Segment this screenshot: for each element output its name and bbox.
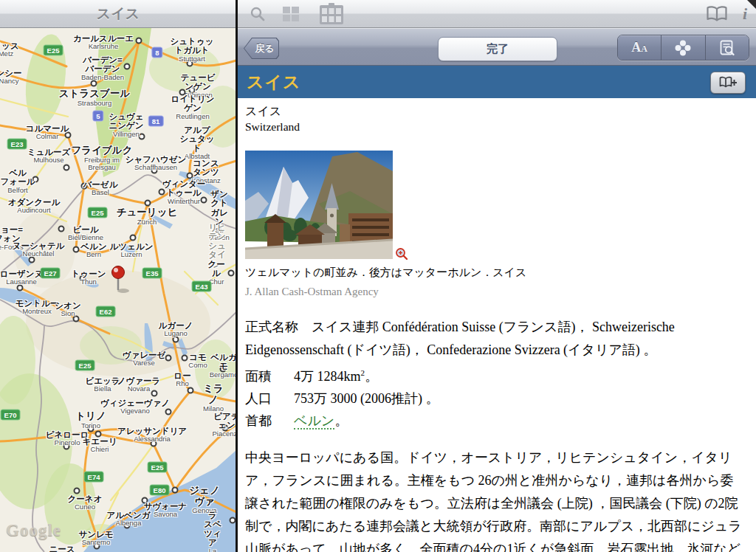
done-button[interactable]: 完了	[438, 37, 557, 61]
map-label: コルマールColmar	[26, 124, 69, 141]
population-value: 753万 3000 (2006推計) 。	[294, 391, 439, 406]
city-dot	[188, 387, 194, 394]
city-dot	[17, 285, 24, 291]
road-shield: 5	[92, 111, 103, 122]
capital-label: 首都	[245, 413, 272, 428]
city-dot	[63, 444, 70, 450]
city-dot	[95, 431, 102, 438]
road-shield: E23	[7, 139, 27, 150]
google-watermark: Google	[6, 521, 61, 540]
add-bookmark-button[interactable]	[710, 72, 746, 94]
map-label: ラ スペツィアLa Spezia	[201, 511, 224, 552]
map-label: ロイトリンゲンReutlingen	[171, 94, 215, 120]
city-dot	[145, 200, 151, 207]
map-label: リヒテン シュタイン	[207, 223, 227, 269]
top-toolbar: i	[238, 0, 756, 28]
map-label: バーデン= バーデンBaden-Baden	[81, 55, 124, 81]
back-button[interactable]: 戻る	[244, 38, 279, 59]
city-dot	[179, 89, 186, 96]
map-label: オダンクールAudincourt	[8, 198, 60, 215]
city-dot	[113, 378, 120, 384]
map-label: ジェノヴァGenova	[189, 486, 221, 514]
grid-view-button[interactable]	[279, 3, 303, 25]
city-dot	[29, 257, 35, 263]
city-dot	[124, 522, 131, 529]
city-dot	[73, 246, 80, 253]
map[interactable]: メッスMetzカールスルーエKarlsruheシュトゥッ トガルトStuttga…	[0, 28, 236, 552]
capital-link[interactable]: ベルン	[294, 413, 334, 429]
stat-population: 人口753万 3000 (2006推計) 。	[245, 387, 746, 410]
related-items-button[interactable]	[662, 35, 705, 60]
map-label: バーゼルBasel	[83, 180, 118, 197]
capital-period: 。	[334, 413, 348, 428]
city-dot	[88, 426, 94, 432]
library-icon	[317, 2, 346, 26]
map-label: カールスルーエKarlsruhe	[73, 34, 134, 51]
stat-area: 面積4万 1284km2。	[245, 362, 746, 387]
city-dot	[172, 487, 179, 494]
city-dot	[159, 189, 165, 196]
article-header-title: スイス	[247, 71, 301, 94]
road-shield: E27	[41, 268, 61, 279]
city-dot	[81, 183, 88, 190]
formal-name-label: 正式名称	[245, 320, 298, 334]
map-label: ローザンヌLausanne	[0, 269, 43, 286]
city-dot	[222, 425, 229, 432]
search-in-article-button[interactable]	[706, 35, 749, 60]
map-title-bar: スイス	[0, 0, 236, 28]
city-dot	[151, 390, 158, 397]
city-dot	[80, 275, 86, 282]
road-shield: E25	[75, 360, 95, 371]
city-dot	[187, 173, 193, 179]
paragraph-formal-name: 正式名称スイス連邦 Confédération Suisse (フランス語)， …	[245, 316, 746, 362]
city-dot	[63, 165, 70, 171]
map-label: ベル フォールBelfort	[1, 168, 35, 194]
city-dot	[65, 132, 72, 139]
font-size-button[interactable]: AA	[618, 35, 662, 60]
road-shield: E74	[84, 472, 104, 483]
road-shield: E62	[96, 306, 116, 317]
map-label: フライブルクFreiburg im Breisgau	[72, 145, 133, 171]
map-label: ンシーNancy	[0, 69, 22, 86]
city-dot	[201, 197, 207, 204]
article-content[interactable]: スイス Switzerland	[238, 98, 756, 552]
map-label: コモComo	[188, 353, 207, 370]
city-dot	[139, 134, 145, 140]
photo-credit: J. Allan Cash-Ostman Agency	[245, 286, 746, 298]
map-label: トゥーンThun	[72, 269, 106, 286]
area-value: 4万 1284km	[294, 369, 361, 384]
search-button[interactable]	[247, 3, 269, 25]
book-icon	[706, 5, 728, 23]
map-label: クーネオCuneo	[68, 494, 103, 511]
library-button[interactable]	[316, 3, 347, 25]
map-label: シュトゥッ トガルトStuttgart	[171, 37, 214, 63]
road-shield: E80	[150, 485, 170, 496]
city-dot	[73, 316, 80, 322]
bookmarks-button[interactable]	[704, 3, 729, 25]
article-header: スイス	[238, 66, 756, 98]
map-label: ベルンBern	[80, 242, 106, 259]
city-dot	[189, 87, 196, 94]
road-shield: E25	[148, 462, 168, 473]
road-shield: E25	[88, 207, 108, 218]
map-label: モントルーMontreux	[16, 299, 59, 316]
city-dot	[58, 226, 65, 232]
road-shield: E43	[192, 281, 212, 292]
book-plus-icon	[719, 76, 737, 89]
map-label: テュービンゲンTübingen	[179, 73, 217, 99]
article-photo[interactable]	[245, 151, 393, 259]
map-label: ザンクト ガレンSt. Gallen	[209, 190, 229, 241]
map-label: ミュルーズMulhouse	[27, 148, 71, 165]
formal-name-text: スイス連邦 Confédération Suisse (フランス語)， Schw…	[245, 320, 675, 357]
city-dot	[228, 270, 235, 277]
map-label: ミラノMilano	[202, 384, 225, 413]
map-label: ビールBiel/Bienne	[68, 225, 103, 242]
population-label: 人口	[245, 391, 272, 406]
area-label: 面積	[245, 369, 272, 384]
search-icon	[249, 5, 267, 23]
city-dot	[182, 355, 188, 362]
map-label: チューリッヒZürich	[117, 207, 178, 226]
map-labels: メッスMetzカールスルーエKarlsruheシュトゥッ トガルトStuttga…	[0, 28, 236, 552]
area-period: 。	[365, 369, 378, 384]
photo-zoom-button[interactable]	[395, 247, 408, 261]
